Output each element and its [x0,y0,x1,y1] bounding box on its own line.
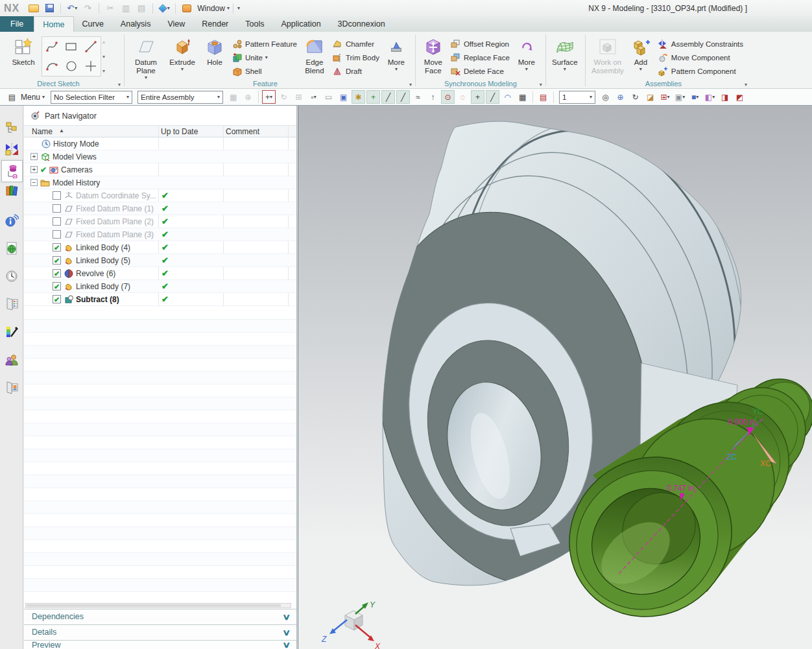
tree-row-fixed-datum-plane-3[interactable]: Fixed Datum Plane (3) ✔ [24,228,296,241]
move-component-button[interactable]: Move Component [655,51,746,64]
snap-control-point-button[interactable]: ≈ [411,90,425,104]
work-on-assembly-button[interactable]: Work on Assembly [589,34,627,75]
tree-row-fixed-datum-plane-2[interactable]: Fixed Datum Plane (2) ✔ [24,215,296,228]
open-button[interactable] [27,2,41,15]
arc-button[interactable] [42,56,62,76]
appearance-button[interactable]: ◧▾ [703,90,717,104]
tree-row-model-views[interactable]: + Model Views [24,150,296,163]
zoom-window-button[interactable]: ◎ [599,90,612,104]
redo-button[interactable]: ↷ [80,2,95,15]
tab-curve[interactable]: Curve [74,16,112,32]
copy-button[interactable]: ▥ [119,2,133,15]
snap-all-button[interactable]: ✱ [352,90,365,104]
marquee-select-button[interactable]: ▫▾ [307,90,320,104]
expand-icon[interactable]: + [30,166,38,173]
unite-button[interactable]: Unite ▾ [229,51,300,64]
tab-render[interactable]: Render [193,16,237,32]
tree-column-header[interactable]: Name ▲ Up to Date Comment [24,125,296,137]
web-browser-tab[interactable] [2,239,21,258]
snap-intersection-button[interactable]: ↑ [426,90,440,104]
clip-section-button[interactable]: ◨ [718,90,732,104]
offset-region-button[interactable]: Offset Region [448,37,512,51]
enable-snap-rotate-button[interactable]: ↻ [277,90,291,104]
pan-button[interactable]: ⊕ [614,90,627,104]
process-studio-tab[interactable] [2,294,21,314]
rotate-view-button[interactable]: ↻ [628,90,642,104]
hand-tool-button[interactable]: ⊞ [292,90,305,104]
checkbox-checked[interactable]: ✔ [53,243,61,252]
snap-point-on-curve-button[interactable]: ╱ [486,90,499,104]
move-face-button[interactable]: Move Face [419,34,448,75]
tree-row-linked-body-5[interactable]: ✔ Linked Body (5) ✔ [24,254,296,267]
collapse-icon[interactable]: − [30,179,38,186]
tree-row-revolve-6[interactable]: ✔ Revolve (6) ✔ [24,267,296,280]
render-style-button[interactable]: ◪ [643,90,657,104]
snap-arc-center-button[interactable]: ⊙ [441,90,455,104]
snap-existing-point-button[interactable]: + [471,90,484,104]
expand-icon[interactable]: + [30,153,38,160]
save-button[interactable] [42,2,56,15]
surface-button[interactable]: Surface ▾ [549,34,580,73]
checkbox-checked[interactable]: ✔ [53,256,61,265]
circle-button[interactable] [62,56,81,76]
checkbox-checked[interactable]: ✔ [53,295,61,303]
dependencies-panel[interactable]: Dependencies ∨ [24,609,296,624]
work-layer-combo[interactable]: 1▾ [559,91,595,104]
checkbox-unchecked[interactable] [53,217,61,226]
palette-scroll-arrows[interactable]: ▴ ▾ ▾ [101,36,106,77]
tree-row-datum-csys[interactable]: Datum Coordinate Sy... ✔ [24,189,296,202]
tab-file[interactable]: File [0,16,34,32]
delete-face-button[interactable]: Delete Face [448,64,512,78]
cut-button[interactable]: ✂ [103,2,117,15]
film-button[interactable]: ▤ [536,90,550,104]
details-panel[interactable]: Details ∨ [24,624,296,639]
sketch-button[interactable]: Sketch [5,34,42,67]
part-navigator-tab[interactable] [1,160,23,182]
line-button[interactable] [81,37,101,56]
tab-analysis[interactable]: Analysis [112,16,160,32]
roles-tab[interactable] [2,350,21,370]
tree-row-subtract-8[interactable]: ✔ Subtract (8) ✔ [24,293,296,306]
group-dialog-arrow[interactable]: ▾ [118,82,121,88]
reuse-library-tab[interactable] [2,181,21,200]
snap-quadrant-button[interactable]: ◌ [456,90,470,104]
checkbox-checked[interactable]: ✔ [53,282,61,290]
tree-row-model-history[interactable]: − Model History [24,176,296,189]
edge-blend-button[interactable]: Edge Blend [300,34,329,75]
cylinder-display-button[interactable]: ▭ [322,90,335,104]
trim-body-button[interactable]: Trim Body [329,51,382,64]
tab-tools[interactable]: Tools [237,16,272,32]
select-assembly-button[interactable]: ▦ [226,90,240,104]
tree-row-fixed-datum-plane-1[interactable]: Fixed Datum Plane (1) ✔ [24,202,296,215]
history-tab[interactable] [2,266,21,286]
window-label[interactable]: Window [197,4,225,13]
display-mode-button[interactable]: ■▾ [688,90,702,104]
hole-button[interactable]: Hole [200,34,229,67]
fit-view-button[interactable]: ⊞▾ [658,90,672,104]
preview-panel[interactable]: Preview ∨ [24,640,296,649]
selection-filter-combo[interactable]: No Selection Filter▾ [51,91,132,104]
snap-endpoint-button[interactable]: ╱ [381,90,395,104]
move-object-button[interactable]: ⊕ [241,90,255,104]
edit-section-button[interactable]: ◩ [733,90,746,104]
tree-row-history-mode[interactable]: History Mode [24,137,296,150]
graphics-window[interactable]: 0.747 in YC ZC XC 0.000 in [298,106,812,649]
selection-scope-combo[interactable]: Entire Assembly▾ [137,91,223,104]
feature-more-button[interactable]: More ▾ [382,34,411,73]
checkbox-unchecked[interactable] [53,191,61,200]
replace-face-button[interactable]: Replace Face [448,51,512,64]
rectangle-button[interactable] [62,37,81,56]
system-scene-tab[interactable] [2,378,21,397]
menu-button[interactable]: ▤ Menu▾ [3,90,47,104]
assembly-constraints-button[interactable]: Assembly Constraints [655,37,746,51]
checkbox-unchecked[interactable] [53,204,61,213]
horizontal-scrollbar[interactable] [25,603,291,608]
checkbox-checked[interactable]: ✔ [53,269,61,277]
tree-row-linked-body-7[interactable]: ✔ Linked Body (7) ✔ [24,280,296,293]
snap-point-toggle[interactable]: +▾ [262,90,276,104]
paste-button[interactable]: ▤ [134,2,149,15]
draft-button[interactable]: Draft [329,64,382,78]
command-finder-button[interactable]: ▾ [157,2,171,15]
sync-more-button[interactable]: More ▾ [512,34,541,73]
tree-row-cameras[interactable]: + ✔ Cameras [24,163,296,176]
